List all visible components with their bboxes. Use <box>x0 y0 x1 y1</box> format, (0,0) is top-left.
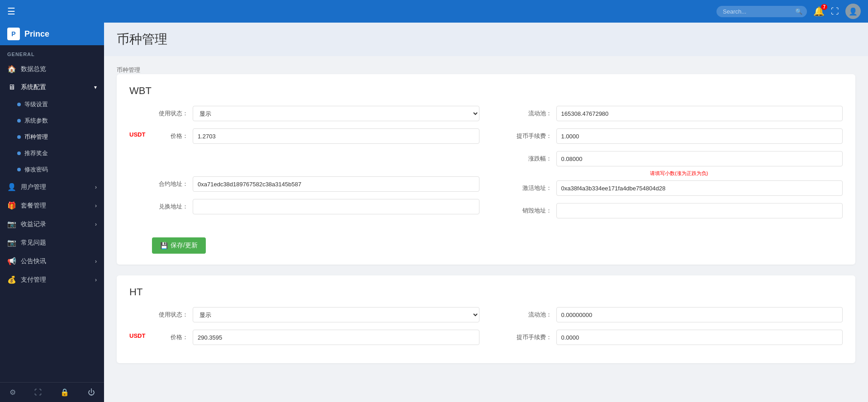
ht-section-title: HT <box>129 286 843 298</box>
wbt-withdraw-fee-label: 提币手续费： <box>516 132 556 140</box>
ht-price-row: 价格： <box>152 330 479 345</box>
sidebar-item-system-params-label: 系统参数 <box>24 117 48 125</box>
ht-liquidity-label: 流动池： <box>516 311 556 319</box>
notification-badge: 7 <box>821 4 827 10</box>
wbt-activate-addr-label: 激活地址： <box>516 184 556 192</box>
sidebar-sub-system-config: 等级设置 系统参数 币种管理 推荐奖金 修改密码 <box>0 96 104 178</box>
wbt-destroy-addr-input[interactable] <box>556 203 843 218</box>
dot-icon <box>17 103 21 106</box>
wbt-save-button[interactable]: 💾 保存/更新 <box>152 237 206 254</box>
wbt-exchange-addr-label: 兑换地址： <box>152 203 193 211</box>
sidebar-item-income-records[interactable]: 📷 收益记录 › <box>0 215 104 233</box>
sidebar-item-faq-label: 常见问题 <box>21 239 46 247</box>
fullscreen-button[interactable]: ⛶ <box>831 7 839 16</box>
lock-icon[interactable]: 🔒 <box>60 388 69 397</box>
sidebar-item-system-params[interactable]: 系统参数 <box>0 113 104 129</box>
wbt-change-rate-area: 涨跌幅： 请填写小数(涨为正跌为负) <box>516 151 843 177</box>
wbt-activate-addr-input[interactable] <box>556 180 843 196</box>
ht-withdraw-fee-row: 提币手续费： <box>516 330 843 345</box>
sidebar-item-income-records-label: 收益记录 <box>21 220 46 228</box>
save-icon: 💾 <box>160 242 168 249</box>
chevron-right-icon: › <box>95 258 97 265</box>
sidebar-bottom: ⚙ ⛶ 🔒 ⏻ <box>0 382 104 402</box>
home-icon: 🏠 <box>7 65 16 73</box>
page-title-bar: 币种管理 <box>104 23 868 56</box>
sidebar-item-faq[interactable]: 📷 常见问题 <box>0 233 104 252</box>
chevron-right-icon: › <box>95 184 97 190</box>
wbt-change-rate-label: 涨跌幅： <box>516 155 556 163</box>
sidebar-item-currency-mgmt-label: 币种管理 <box>24 133 48 141</box>
sidebar-item-dashboard-label: 数据总览 <box>21 65 46 73</box>
sidebar-item-user-mgmt-label: 用户管理 <box>21 183 46 191</box>
expand-icon[interactable]: ⛶ <box>34 388 42 397</box>
wbt-price-input[interactable] <box>193 128 479 144</box>
wbt-usdt-label: USDT <box>129 131 145 138</box>
wbt-use-status-label: 使用状态： <box>152 109 193 118</box>
wbt-price-label: 价格： <box>152 132 193 140</box>
wbt-contract-addr-row: 合约地址： <box>152 176 479 192</box>
faq-icon: 📷 <box>7 238 16 247</box>
wbt-change-note: 请填写小数(涨为正跌为负) <box>516 170 843 177</box>
wbt-liquidity-input[interactable] <box>556 106 843 121</box>
power-icon[interactable]: ⏻ <box>88 388 95 397</box>
search-icon: 🔍 <box>795 8 802 15</box>
ht-price-label: 价格： <box>152 333 193 341</box>
search-input[interactable] <box>716 6 807 17</box>
hamburger-icon[interactable]: ☰ <box>7 6 15 17</box>
header-right: 🔍 🔔 7 ⛶ 👤 <box>716 4 861 19</box>
wbt-activate-addr-row: 激活地址： <box>516 180 843 196</box>
ht-liquidity-row: 流动池： <box>516 307 843 322</box>
ht-liquidity-input[interactable] <box>556 307 843 322</box>
wbt-liquidity-label: 流动池： <box>516 109 556 118</box>
sidebar-item-user-mgmt[interactable]: 👤 用户管理 › <box>0 178 104 196</box>
sidebar-item-package-mgmt[interactable]: 🎁 套餐管理 › <box>0 196 104 215</box>
sidebar-item-system-config[interactable]: 🖥 系统配置 ▾ <box>0 78 104 96</box>
ht-use-status-label: 使用状态： <box>152 311 193 319</box>
ht-price-input[interactable] <box>193 330 479 345</box>
sidebar-item-announcements[interactable]: 📢 公告快讯 › <box>0 252 104 270</box>
dot-icon <box>17 135 21 139</box>
wbt-section-title: WBT <box>129 85 843 97</box>
monitor-icon: 🖥 <box>7 83 16 91</box>
wbt-change-rate-input[interactable] <box>556 151 843 166</box>
wbt-contract-addr-label: 合约地址： <box>152 180 193 188</box>
sidebar-item-referral-bonus-label: 推荐奖金 <box>24 149 48 157</box>
ht-use-status-row: 使用状态： 显示 隐藏 <box>152 307 479 322</box>
wbt-destroy-addr-row: 销毁地址： <box>516 203 843 218</box>
wbt-withdraw-fee-row: 提币手续费： <box>516 128 843 144</box>
wbt-exchange-addr-input[interactable] <box>193 199 479 214</box>
sidebar-item-currency-mgmt[interactable]: 币种管理 <box>0 129 104 145</box>
wbt-use-status-row: 使用状态： 显示 隐藏 <box>152 106 479 121</box>
wbt-withdraw-fee-input[interactable] <box>556 128 843 144</box>
chevron-down-icon: ▾ <box>94 84 97 90</box>
sidebar-item-financial-mgmt[interactable]: 💰 支付管理 › <box>0 270 104 289</box>
page-title: 币种管理 <box>117 31 855 48</box>
announcement-icon: 📢 <box>7 257 16 265</box>
sidebar-item-financial-mgmt-label: 支付管理 <box>21 276 46 284</box>
sidebar-item-system-config-label: 系统配置 <box>21 83 46 91</box>
header-left: ☰ <box>7 6 15 17</box>
chevron-right-icon: › <box>95 203 97 209</box>
wbt-use-status-select[interactable]: 显示 隐藏 <box>193 106 479 121</box>
ht-usdt-label: USDT <box>129 332 145 339</box>
ht-use-status-select[interactable]: 显示 隐藏 <box>193 307 479 322</box>
package-icon: 🎁 <box>7 201 16 210</box>
wbt-destroy-addr-label: 销毁地址： <box>516 207 556 215</box>
sidebar-item-change-password[interactable]: 修改密码 <box>0 161 104 178</box>
dot-icon <box>17 168 21 171</box>
sidebar-item-level-settings[interactable]: 等级设置 <box>0 96 104 113</box>
sidebar-item-announcements-label: 公告快讯 <box>21 257 46 265</box>
settings-icon[interactable]: ⚙ <box>9 388 16 397</box>
wbt-section: WBT USDT 使用状态： 显示 隐藏 <box>117 74 855 265</box>
ht-withdraw-fee-input[interactable] <box>556 330 843 345</box>
wbt-contract-addr-input[interactable] <box>193 176 479 192</box>
notification-button[interactable]: 🔔 7 <box>813 6 825 17</box>
brand-area: P Prince <box>0 23 104 45</box>
financial-icon: 💰 <box>7 275 16 284</box>
sidebar-item-dashboard[interactable]: 🏠 数据总览 <box>0 60 104 78</box>
sidebar-item-package-mgmt-label: 套餐管理 <box>21 202 46 210</box>
avatar[interactable]: 👤 <box>845 4 861 19</box>
wbt-exchange-addr-row: 兑换地址： <box>152 199 479 214</box>
sidebar-item-referral-bonus[interactable]: 推荐奖金 <box>0 145 104 161</box>
dot-icon <box>17 119 21 123</box>
